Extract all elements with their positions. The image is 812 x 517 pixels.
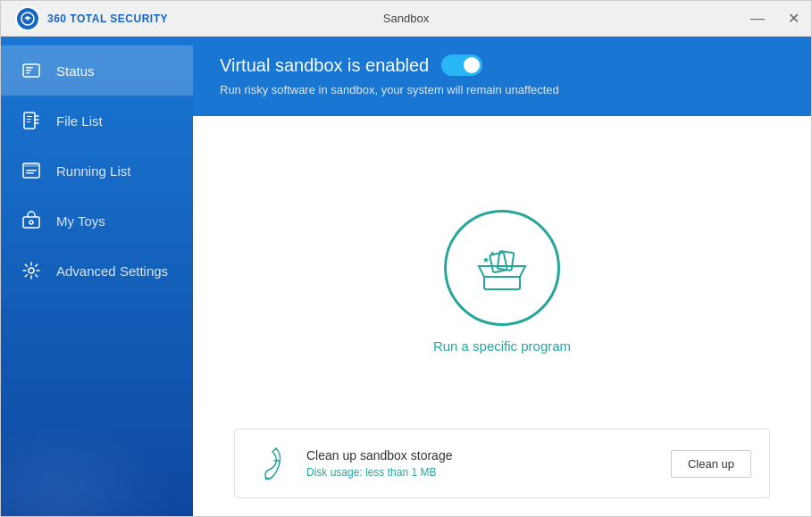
svg-rect-11 bbox=[23, 163, 39, 167]
app-window: 360 TOTAL SECURITY Sandbox — ✕ bbox=[0, 0, 812, 517]
main-layout: Status Fi bbox=[1, 37, 811, 516]
svg-rect-3 bbox=[26, 67, 33, 69]
minimize-button[interactable]: — bbox=[740, 1, 775, 37]
sandbox-toggle-row: Virtual sandbox is enabled bbox=[220, 54, 784, 76]
close-button[interactable]: ✕ bbox=[775, 1, 811, 37]
sidebar-item-my-toys-label: My Toys bbox=[56, 213, 105, 229]
content-body: ★ ★ Run a specific program bbox=[193, 116, 811, 516]
cleanup-text: Clean up sandbox storage Disk usage: les… bbox=[306, 448, 657, 479]
program-area: ★ ★ Run a specific program bbox=[433, 134, 571, 429]
svg-point-16 bbox=[29, 268, 34, 273]
sidebar-item-status-label: Status bbox=[56, 63, 95, 79]
sidebar-item-running-list-label: Running List bbox=[56, 163, 130, 179]
content-header: Virtual sandbox is enabled Run risky sof… bbox=[193, 37, 811, 116]
svg-text:★: ★ bbox=[482, 255, 490, 264]
svg-rect-9 bbox=[27, 121, 30, 122]
cleanup-card: Clean up sandbox storage Disk usage: les… bbox=[234, 429, 770, 498]
sidebar-item-advanced-settings-label: Advanced Settings bbox=[56, 263, 168, 279]
content-area: Virtual sandbox is enabled Run risky sof… bbox=[193, 37, 811, 516]
svg-rect-8 bbox=[27, 119, 31, 120]
file-list-icon bbox=[19, 108, 44, 133]
cleanup-button[interactable]: Clean up bbox=[671, 450, 751, 478]
sidebar-item-file-list[interactable]: File List bbox=[1, 96, 193, 146]
svg-rect-2 bbox=[23, 64, 39, 77]
status-icon bbox=[19, 58, 44, 83]
sidebar-item-status[interactable]: Status bbox=[1, 46, 193, 96]
window-title: Sandbox bbox=[383, 12, 429, 25]
titlebar: 360 TOTAL SECURITY Sandbox — ✕ bbox=[1, 1, 811, 37]
run-program-label: Run a specific program bbox=[433, 338, 571, 354]
running-list-icon bbox=[19, 158, 44, 183]
svg-text:★: ★ bbox=[490, 250, 495, 256]
svg-rect-7 bbox=[27, 116, 32, 117]
sidebar-item-file-list-label: File List bbox=[56, 113, 103, 129]
svg-rect-4 bbox=[26, 70, 31, 71]
sidebar-item-my-toys[interactable]: My Toys bbox=[1, 196, 193, 246]
sidebar: Status Fi bbox=[1, 37, 193, 516]
titlebar-brand-area: 360 TOTAL SECURITY bbox=[1, 6, 168, 31]
svg-rect-12 bbox=[26, 170, 37, 171]
svg-rect-6 bbox=[24, 113, 35, 129]
sidebar-item-advanced-settings[interactable]: Advanced Settings bbox=[1, 246, 193, 296]
cleanup-disk: Disk usage: less than 1 MB bbox=[306, 466, 657, 479]
run-program-button[interactable]: ★ ★ bbox=[444, 210, 560, 326]
my-toys-icon bbox=[19, 208, 44, 233]
sandbox-title: Virtual sandbox is enabled bbox=[220, 55, 429, 76]
svg-rect-14 bbox=[23, 217, 39, 228]
svg-rect-13 bbox=[26, 172, 34, 174]
svg-point-15 bbox=[29, 221, 33, 224]
window-controls: — ✕ bbox=[740, 1, 811, 37]
cleanup-icon bbox=[253, 444, 292, 483]
app-logo bbox=[15, 6, 40, 31]
sandbox-subtitle: Run risky software in sandbox, your syst… bbox=[220, 83, 784, 96]
brand-name: 360 TOTAL SECURITY bbox=[47, 13, 168, 25]
advanced-settings-icon bbox=[19, 258, 44, 283]
svg-point-1 bbox=[27, 17, 29, 20]
sandbox-toggle[interactable] bbox=[441, 54, 482, 76]
svg-rect-5 bbox=[26, 72, 29, 74]
sidebar-item-running-list[interactable]: Running List bbox=[1, 146, 193, 196]
sidebar-nav: Status Fi bbox=[1, 46, 193, 296]
cleanup-title: Clean up sandbox storage bbox=[306, 448, 657, 463]
